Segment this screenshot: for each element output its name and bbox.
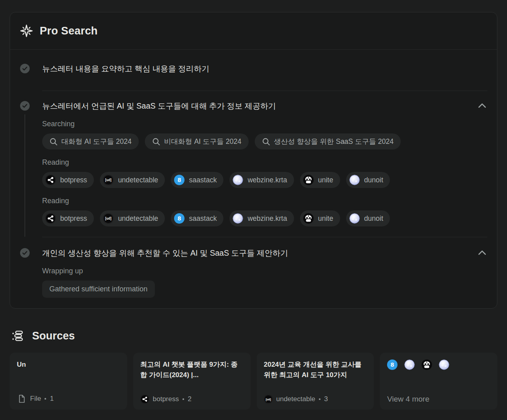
sources-icon xyxy=(11,329,24,342)
step-3-label: 개인의 생산성 향상을 위해 추천할 수 있는 AI 및 SaaS 도구들 제안… xyxy=(42,248,288,258)
source-chip-dunoit[interactable]: dunoit xyxy=(346,172,390,188)
search-icon xyxy=(262,137,270,145)
source-chip-webzine[interactable]: webzine.krta xyxy=(229,210,294,226)
status-chip: Gathered sufficient information xyxy=(42,281,155,298)
reading-source-row: botpress undetectable saastack webz xyxy=(42,210,487,226)
source-count: 2 xyxy=(188,395,191,403)
pro-search-title: Pro Search xyxy=(40,25,98,37)
source-site: File xyxy=(30,395,41,403)
collapse-step-3-button[interactable] xyxy=(477,248,487,257)
undetectable-icon xyxy=(103,175,114,185)
source-card-grid: Un File 1 최고의 AI 챗봇 플랫폼 9가지: 종합 가이드(2024… xyxy=(10,353,497,410)
source-chip-text: dunoit xyxy=(364,214,383,223)
source-chip-text: webzine.krta xyxy=(247,214,287,223)
collapse-step-2-button[interactable] xyxy=(477,101,487,110)
source-chip-text: webzine.krta xyxy=(247,176,287,184)
source-chip-text: botpress xyxy=(60,176,87,184)
source-chip-undetectable[interactable]: undetectable xyxy=(100,210,165,226)
globe-icon xyxy=(233,175,243,185)
search-query-row: 대화형 AI 도구들 2024 비대화형 AI 도구들 2024 생산성 향상을… xyxy=(42,133,487,149)
source-site: undetectable xyxy=(276,395,315,403)
source-chip-text: unite xyxy=(318,176,333,184)
search-query-text: 대화형 AI 도구들 2024 xyxy=(61,137,132,146)
source-chip-saastack[interactable]: saastack xyxy=(171,210,223,226)
source-chip-undetectable[interactable]: undetectable xyxy=(100,172,165,188)
check-circle-icon xyxy=(20,63,30,74)
view-more-card[interactable]: View 4 more xyxy=(380,353,497,410)
step-1-label: 뉴스레터 내용을 요약하고 핵심 내용을 정리하기 xyxy=(42,63,209,74)
sources-title: Sources xyxy=(32,330,75,342)
source-chip-botpress[interactable]: botpress xyxy=(42,210,94,226)
wrapping-up-label: Wrapping up xyxy=(42,267,487,275)
source-card-file[interactable]: Un File 1 xyxy=(10,353,127,410)
reading-label: Reading xyxy=(42,158,487,167)
check-circle-icon xyxy=(20,248,30,258)
undetectable-icon xyxy=(264,395,273,404)
searching-label: Searching xyxy=(42,120,487,128)
source-site: botpress xyxy=(153,395,179,403)
globe-icon xyxy=(233,213,243,224)
source-chip-unite[interactable]: unite xyxy=(300,172,340,188)
step-row-2: 뉴스레터에서 언급된 AI 및 SaaS 도구들에 대해 추가 정보 제공하기 … xyxy=(20,91,487,237)
step-2-label: 뉴스레터에서 언급된 AI 및 SaaS 도구들에 대해 추가 정보 제공하기 xyxy=(42,101,276,111)
source-card-title: Un xyxy=(17,359,120,370)
reading-label: Reading xyxy=(42,197,487,205)
globe-icon xyxy=(349,213,360,224)
step-3-title-row[interactable]: 개인의 생산성 향상을 위해 추천할 수 있는 AI 및 SaaS 도구들 제안… xyxy=(42,248,487,258)
saastack-icon xyxy=(174,213,185,224)
botpress-icon xyxy=(140,395,149,404)
source-card-undetectable[interactable]: 2024년 교육 개선을 위한 교사를 위한 최고의 AI 도구 10가지 un… xyxy=(257,353,374,410)
source-chip-text: botpress xyxy=(60,214,87,223)
source-card-title: 2024년 교육 개선을 위한 교사를 위한 최고의 AI 도구 10가지 xyxy=(264,359,367,380)
globe-icon xyxy=(404,359,415,370)
source-chip-unite[interactable]: unite xyxy=(300,210,340,226)
source-chip-botpress[interactable]: botpress xyxy=(42,172,94,188)
step-row-3: 개인의 생산성 향상을 위해 추천할 수 있는 AI 및 SaaS 도구들 제안… xyxy=(20,237,487,308)
unite-robot-icon xyxy=(303,175,314,185)
file-icon xyxy=(17,394,26,404)
source-chip-text: undetectable xyxy=(118,176,158,184)
source-chip-text: undetectable xyxy=(118,214,158,223)
sources-header: Sources xyxy=(11,329,75,342)
chevron-up-icon xyxy=(477,248,487,257)
search-icon xyxy=(49,137,57,145)
source-chip-text: unite xyxy=(318,214,333,223)
search-query-chip[interactable]: 대화형 AI 도구들 2024 xyxy=(42,133,139,149)
search-query-chip[interactable]: 비대화형 AI 도구들 2024 xyxy=(145,133,249,149)
search-icon xyxy=(152,137,160,145)
undetectable-icon xyxy=(103,213,114,224)
rail-connector xyxy=(24,114,25,237)
search-query-chip[interactable]: 생산성 향상을 위한 SaaS 도구들 2024 xyxy=(255,133,401,149)
pro-search-panel: Pro Search 뉴스레터 내용을 요약하고 핵심 내용을 정리하기 xyxy=(10,12,497,309)
globe-icon xyxy=(349,175,360,185)
unite-robot-icon xyxy=(422,359,432,370)
source-count: 1 xyxy=(50,395,53,403)
page: Pro Search 뉴스레터 내용을 요약하고 핵심 내용을 정리하기 xyxy=(0,0,507,420)
source-chip-text: saastack xyxy=(189,176,217,184)
botpress-icon xyxy=(45,213,56,224)
favicon-strip xyxy=(387,359,490,370)
reading-source-row: botpress undetectable saastack webz xyxy=(42,172,487,188)
source-count: 3 xyxy=(324,395,328,403)
source-chip-text: dunoit xyxy=(364,176,383,184)
step-row-1[interactable]: 뉴스레터 내용을 요약하고 핵심 내용을 정리하기 xyxy=(20,50,487,91)
search-query-text: 생산성 향상을 위한 SaaS 도구들 2024 xyxy=(274,137,394,146)
view-more-label: View 4 more xyxy=(387,395,490,404)
source-chip-saastack[interactable]: saastack xyxy=(171,172,223,188)
check-circle-icon xyxy=(20,101,30,111)
source-card-title: 최고의 AI 챗봇 플랫폼 9가지: 종합 가이드(2024) |... xyxy=(140,359,243,380)
source-chip-text: saastack xyxy=(189,214,217,223)
dot-separator xyxy=(183,398,184,400)
source-chip-webzine[interactable]: webzine.krta xyxy=(229,172,294,188)
search-query-text: 비대화형 AI 도구들 2024 xyxy=(164,137,241,146)
dot-separator xyxy=(45,398,46,400)
botpress-icon xyxy=(45,175,56,185)
pro-search-star-icon xyxy=(20,24,33,38)
saastack-icon xyxy=(387,359,397,370)
unite-robot-icon xyxy=(303,213,314,224)
source-card-botpress[interactable]: 최고의 AI 챗봇 플랫폼 9가지: 종합 가이드(2024) |... bot… xyxy=(133,353,251,410)
globe-icon xyxy=(439,359,449,370)
source-chip-dunoit[interactable]: dunoit xyxy=(346,210,390,226)
dot-separator xyxy=(319,398,320,400)
step-2-title-row[interactable]: 뉴스레터에서 언급된 AI 및 SaaS 도구들에 대해 추가 정보 제공하기 xyxy=(42,101,487,111)
